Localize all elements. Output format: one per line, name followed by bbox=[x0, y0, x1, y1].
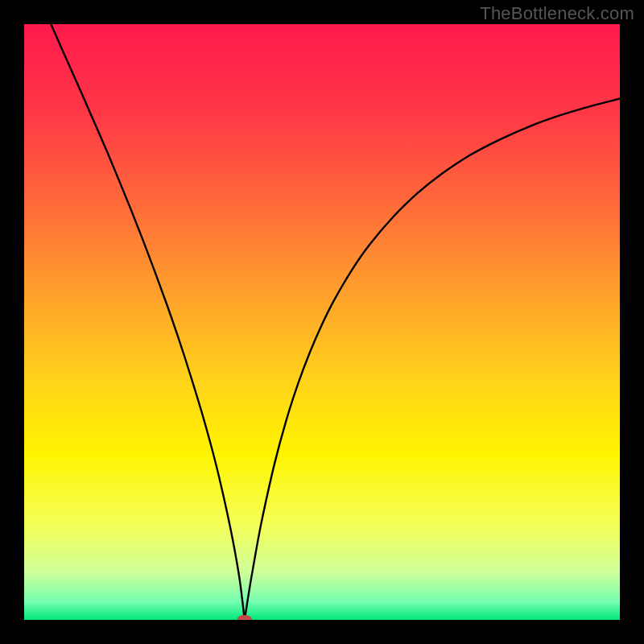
chart-stage: TheBottleneck.com bbox=[0, 0, 644, 644]
plot-background bbox=[24, 24, 620, 620]
bottleneck-chart bbox=[24, 24, 620, 620]
watermark-text: TheBottleneck.com bbox=[480, 3, 634, 24]
